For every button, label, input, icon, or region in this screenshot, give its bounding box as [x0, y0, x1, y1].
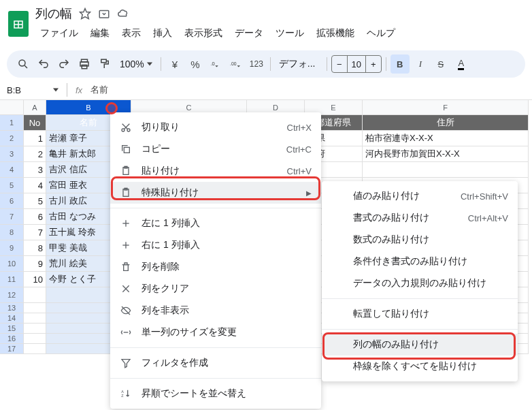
menu-item[interactable]: 切り取りCtrl+X — [110, 116, 321, 138]
percent-icon[interactable]: % — [186, 54, 205, 74]
star-icon[interactable] — [79, 7, 91, 20]
cell[interactable]: 5 — [24, 193, 46, 209]
sheets-logo[interactable] — [8, 11, 29, 37]
font-select[interactable]: デフォ... — [275, 55, 322, 73]
menu-item[interactable]: 数式のみ貼り付け — [322, 229, 518, 251]
menu-ファイル[interactable]: ファイル — [35, 25, 83, 42]
cell[interactable]: 7 — [24, 225, 46, 240]
menu-item-label: 特殊貼り付け — [142, 187, 297, 199]
font-size-value[interactable]: 10 — [347, 56, 366, 72]
menu-item[interactable]: 単一列のサイズを変更 — [110, 321, 321, 343]
menu-item[interactable]: 列の幅のみ貼り付け — [322, 334, 518, 356]
menu-表示[interactable]: 表示 — [117, 25, 146, 42]
row-header[interactable]: 9 — [0, 240, 24, 256]
font-size-minus[interactable]: − — [332, 56, 347, 72]
menu-item[interactable]: コピーCtrl+C — [110, 138, 321, 160]
formula-input[interactable]: 名前 — [90, 84, 108, 96]
name-box[interactable]: B:B — [7, 85, 48, 95]
print-icon[interactable] — [75, 54, 94, 74]
row-header[interactable]: 14 — [0, 313, 24, 324]
font-size-plus[interactable]: + — [366, 56, 381, 72]
row-header[interactable]: 12 — [0, 287, 24, 303]
row-header[interactable]: 8 — [0, 225, 24, 240]
cell[interactable]: 2 — [24, 146, 46, 162]
cell[interactable] — [24, 344, 46, 354]
doc-title[interactable]: 列の幅 — [35, 5, 72, 22]
dec-increase-icon[interactable]: .00 — [227, 54, 246, 74]
namebox-dropdown-icon[interactable] — [53, 87, 59, 93]
menu-item[interactable]: 列をクリア — [110, 278, 321, 300]
cell[interactable]: 10 — [24, 272, 46, 287]
row-header[interactable]: 17 — [0, 344, 24, 354]
cell[interactable] — [363, 162, 529, 178]
menu-item[interactable]: フィルタを作成 — [110, 352, 321, 374]
menu-ヘルプ[interactable]: ヘルプ — [362, 25, 400, 42]
row-header[interactable]: 15 — [0, 324, 24, 334]
menu-挿入[interactable]: 挿入 — [148, 25, 177, 42]
row-header[interactable]: 1 — [0, 115, 24, 131]
italic-button[interactable]: I — [411, 54, 430, 74]
menu-item-label: 切り取り — [142, 121, 278, 133]
dec-decrease-icon[interactable]: .0 — [206, 54, 225, 74]
menu-item[interactable]: 左に 1 列挿入 — [110, 212, 321, 234]
menu-拡張機能[interactable]: 拡張機能 — [312, 25, 359, 42]
corner-cell[interactable] — [0, 100, 24, 115]
bold-button[interactable]: B — [390, 54, 410, 74]
cell[interactable]: 河内長野市加賀田X-X-X — [363, 146, 529, 162]
menu-item[interactable]: 特殊貼り付け▶ — [110, 182, 321, 204]
header-cell[interactable]: No — [24, 115, 46, 131]
cell[interactable]: 柏市宿連寺X-X-X — [363, 131, 529, 146]
cell[interactable]: 9 — [24, 256, 46, 272]
menu-item[interactable]: 貼り付けCtrl+V — [110, 160, 321, 182]
row-header[interactable]: 11 — [0, 272, 24, 287]
row-header[interactable]: 16 — [0, 334, 24, 344]
cell[interactable] — [24, 287, 46, 303]
move-icon[interactable] — [98, 7, 110, 20]
currency-icon[interactable]: ¥ — [165, 54, 184, 74]
paint-format-icon[interactable] — [95, 54, 114, 74]
undo-icon[interactable] — [34, 54, 53, 74]
menu-item[interactable]: 枠線を除くすべてを貼り付け — [322, 356, 518, 377]
row-header[interactable]: 3 — [0, 146, 24, 162]
redo-icon[interactable] — [54, 54, 73, 74]
row-header[interactable]: 6 — [0, 193, 24, 209]
row-header[interactable]: 7 — [0, 209, 24, 225]
strike-button[interactable]: S — [431, 54, 450, 74]
menu-item[interactable]: 転置して貼り付け — [322, 303, 518, 325]
row-header[interactable]: 2 — [0, 131, 24, 146]
zoom-select[interactable]: 100% — [116, 56, 156, 72]
menu-item[interactable]: 列を非表示 — [110, 300, 321, 321]
menu-item[interactable]: 右に 1 列挿入 — [110, 234, 321, 256]
menu-ツール[interactable]: ツール — [271, 25, 309, 42]
cell[interactable]: 3 — [24, 162, 46, 178]
header-cell[interactable]: 住所 — [363, 115, 529, 131]
cell[interactable]: 6 — [24, 209, 46, 225]
cell[interactable]: 1 — [24, 131, 46, 146]
menu-item[interactable]: 条件付き書式のみ貼り付け — [322, 251, 518, 272]
search-icon[interactable] — [14, 54, 33, 74]
cell[interactable]: 8 — [24, 240, 46, 256]
svg-marker-3 — [80, 9, 90, 19]
menu-編集[interactable]: 編集 — [86, 25, 114, 42]
cell[interactable] — [24, 334, 46, 344]
cell[interactable]: 4 — [24, 178, 46, 193]
row-header[interactable]: 13 — [0, 303, 24, 313]
text-color-button[interactable]: A — [452, 54, 471, 74]
cell[interactable] — [24, 324, 46, 334]
cloud-icon[interactable] — [117, 7, 129, 20]
menu-データ[interactable]: データ — [230, 25, 268, 42]
row-header[interactable]: 4 — [0, 162, 24, 178]
menu-item[interactable]: AZ昇順でシートを並べ替え — [110, 383, 321, 405]
col-header-F[interactable]: F — [363, 100, 529, 115]
menu-item[interactable]: 値のみ貼り付けCtrl+Shift+V — [322, 185, 518, 207]
menu-item[interactable]: 列を削除 — [110, 256, 321, 278]
row-header[interactable]: 10 — [0, 256, 24, 272]
col-header-A[interactable]: A — [24, 100, 46, 115]
cell[interactable] — [24, 303, 46, 313]
num-format-icon[interactable]: 123 — [247, 54, 266, 74]
menu-item[interactable]: 書式のみ貼り付けCtrl+Alt+V — [322, 207, 518, 229]
menu-表示形式[interactable]: 表示形式 — [180, 25, 227, 42]
row-header[interactable]: 5 — [0, 178, 24, 193]
menu-item[interactable]: データの入力規則のみ貼り付け — [322, 272, 518, 294]
cell[interactable] — [24, 313, 46, 324]
